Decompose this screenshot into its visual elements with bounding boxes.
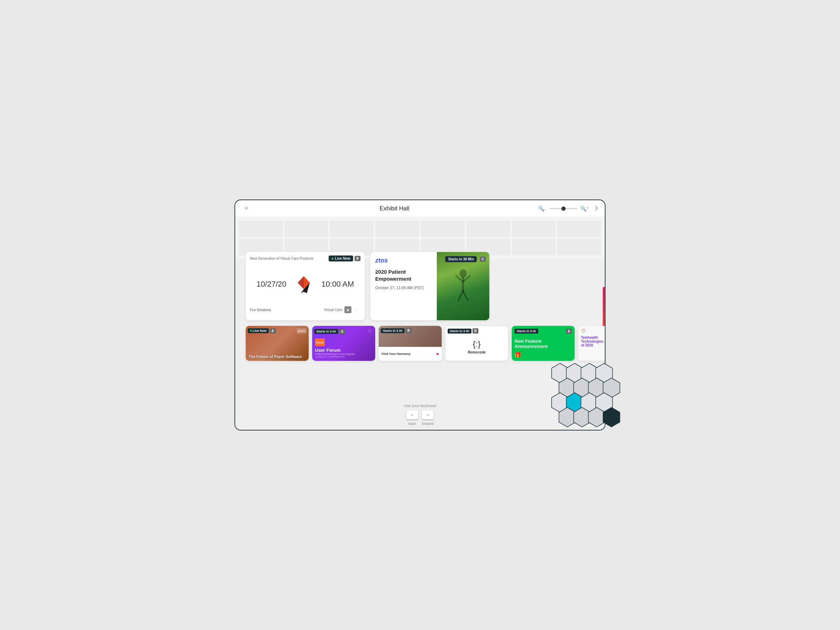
sc5-letter-badge: A xyxy=(566,328,572,334)
sc1-live-badge: Live Now xyxy=(253,329,267,333)
card2-person-image xyxy=(437,252,489,320)
hex-decoration xyxy=(549,360,627,434)
card-remocode[interactable]: Starts in 3 Hr B {:} Remocode xyxy=(445,326,508,361)
sc6-logo-icon: ⏲ xyxy=(581,328,586,333)
virtual-care-icon: ■ xyxy=(344,306,351,313)
card2-image: Starts in 30 Min C xyxy=(437,252,489,320)
sc5-soon-badge: Starts in 3 Hr xyxy=(515,328,538,333)
sc6-header: ⏲ Starts in 1 Day B xyxy=(578,326,605,336)
sc1-letter-badge: A xyxy=(270,328,276,333)
card1-date: 10/27/20 xyxy=(257,279,287,289)
keyboard-nav: Use your keyboard ← → back forward xyxy=(404,404,436,426)
card1-tag-label: Virtual Care xyxy=(324,308,342,312)
card1-letter-badge: B xyxy=(355,256,360,261)
sc2-title: User Forum xyxy=(315,347,373,353)
sc6-text-area: Telehealth Technologies of 2020 xyxy=(578,336,605,361)
sc6-title: Telehealth Technologies of 2020 xyxy=(581,336,603,347)
sc1-logo: goldline xyxy=(297,330,306,332)
forward-button[interactable]: → xyxy=(422,410,434,420)
svg-point-4 xyxy=(459,269,467,278)
ceiling-tile xyxy=(330,221,374,237)
card1-tags: Virtual Care ■ ♡ xyxy=(324,306,360,313)
sc2-logo-area: fossa User Forum Featuring Harmony Inc a… xyxy=(315,338,373,355)
keyboard-buttons: ← → xyxy=(406,410,434,420)
zoom-slider[interactable] xyxy=(549,208,578,209)
window-header: × Exhibit Hall 🔍₋ 🔍⁺ ☽ xyxy=(235,200,605,217)
sc4-soon-badge: Starts in 3 Hr xyxy=(448,328,471,333)
card2-badge-container: Starts in 30 Min C xyxy=(445,256,486,262)
sc2-logo-text: fossa xyxy=(316,341,324,344)
featured-row: Next Generation of Virtual Care Products… xyxy=(246,252,594,320)
fox-logo-icon xyxy=(293,274,314,295)
forward-label: forward xyxy=(422,422,434,426)
sc2-favorite-icon[interactable]: ♡ xyxy=(366,328,373,335)
dark-mode-icon[interactable]: ☽ xyxy=(593,205,598,212)
svg-marker-2 xyxy=(298,276,304,289)
card1-footer: Fox Solutions Virtual Care ■ ♡ xyxy=(246,303,365,316)
card-telehealth[interactable]: ⏲ Starts in 1 Day B Telehealth Technolog… xyxy=(578,326,605,361)
card2-left: ztos 2020 Patient Empowerment October 27… xyxy=(370,252,437,320)
card2-soon-badge: Starts in 30 Min xyxy=(445,256,477,262)
sc3-footer: Find Your Harmony ♥ xyxy=(379,347,442,361)
card-fox-solutions[interactable]: Next Generation of Virtual Care Products… xyxy=(246,252,365,320)
card-new-feature[interactable]: Starts in 3 Hr A New Feature Announcemen… xyxy=(512,326,575,361)
header-controls: 🔍₋ 🔍⁺ ☽ xyxy=(538,205,598,212)
window-title: Exhibit Hall xyxy=(379,205,409,212)
sc2-date: October 27, 5:00 PM (PST) xyxy=(315,355,373,358)
card1-badges: Live Now B xyxy=(328,256,360,261)
ceiling-tile xyxy=(284,221,328,237)
sc3-heart-icon[interactable]: ♥ xyxy=(436,351,439,357)
card-ztos[interactable]: ztos 2020 Patient Empowerment October 27… xyxy=(370,252,489,320)
live-dot xyxy=(332,257,333,260)
back-label: back xyxy=(406,422,418,426)
ceiling-tile xyxy=(239,221,283,237)
sc6-body: Telehealth Technologies of 2020 xyxy=(578,336,605,361)
close-button[interactable]: × xyxy=(242,204,251,213)
keyboard-hint: Use your keyboard xyxy=(404,404,436,408)
card1-subtitle: Next Generation of Virtual Care Products xyxy=(250,257,314,261)
card1-time: 10:00 AM xyxy=(321,279,354,289)
back-button[interactable]: ← xyxy=(406,410,418,420)
cards-container: Next Generation of Virtual Care Products… xyxy=(246,252,594,402)
ceiling-tile xyxy=(466,221,510,237)
sc2-soon-badge: Starts in 3 Hr xyxy=(314,329,338,334)
favorite-icon[interactable]: ♡ xyxy=(354,306,360,313)
sc2-subtitle: Featuring Harmony Inc and Asgardia xyxy=(315,353,373,355)
ceiling-tile xyxy=(375,221,419,237)
card1-body: 10/27/20 10:00 AM xyxy=(246,265,365,303)
small-cards-row: Live Now A goldline The Future of Payer … xyxy=(246,326,594,361)
sc4-logo-icon: {:} xyxy=(473,339,481,349)
card1-header: Next Generation of Virtual Care Products… xyxy=(246,252,365,265)
sc1-badge-row: Live Now A goldline xyxy=(248,328,306,333)
card1-company: Fox Solutions xyxy=(250,308,271,312)
card2-date: October 27, 11:00 AM (PST) xyxy=(375,286,432,290)
zoom-out-icon[interactable]: 🔍₋ xyxy=(538,206,547,212)
ceiling-tile xyxy=(421,221,465,237)
ztos-logo: ztos xyxy=(375,257,432,264)
person-arms-up-icon xyxy=(449,265,477,307)
sc1-title: The Future of Payer Software xyxy=(248,355,302,359)
ceiling-tile xyxy=(557,221,601,237)
sc4-name: Remocode xyxy=(467,351,485,354)
sc3-title: Find Your Harmony xyxy=(382,352,411,355)
card-goldline[interactable]: Live Now A goldline The Future of Payer … xyxy=(246,326,309,361)
keyboard-labels: back forward xyxy=(406,422,434,426)
sc3-soon-badge: Starts in 3 Hr xyxy=(381,328,404,333)
live-badge: Live Now xyxy=(328,256,353,261)
zoom-in-icon[interactable]: 🔍⁺ xyxy=(580,206,589,212)
sc4-letter-badge: B xyxy=(472,328,478,333)
card2-event-title: 2020 Patient Empowerment xyxy=(375,268,432,282)
sc3-letter-badge: B xyxy=(406,328,412,333)
zoom-slider-thumb xyxy=(561,207,565,211)
sc5-title: New Feature Announcement xyxy=(515,338,572,349)
ceiling-tile xyxy=(512,221,556,237)
hexagon-grid-icon xyxy=(549,360,627,434)
sc2-letter-badge: A xyxy=(339,329,345,334)
sc1-live-dot xyxy=(250,330,252,332)
card-harmony[interactable]: Starts in 3 Hr B Find Your Harmony ♥ xyxy=(379,326,442,361)
sc2-logo-box: fossa xyxy=(315,338,325,346)
card2-letter-badge: C xyxy=(480,257,486,262)
card-fossa[interactable]: Starts in 3 Hr A ♡ fossa User Forum Feat… xyxy=(312,326,375,361)
sc5-gift-icon: 🎁 xyxy=(515,351,572,358)
